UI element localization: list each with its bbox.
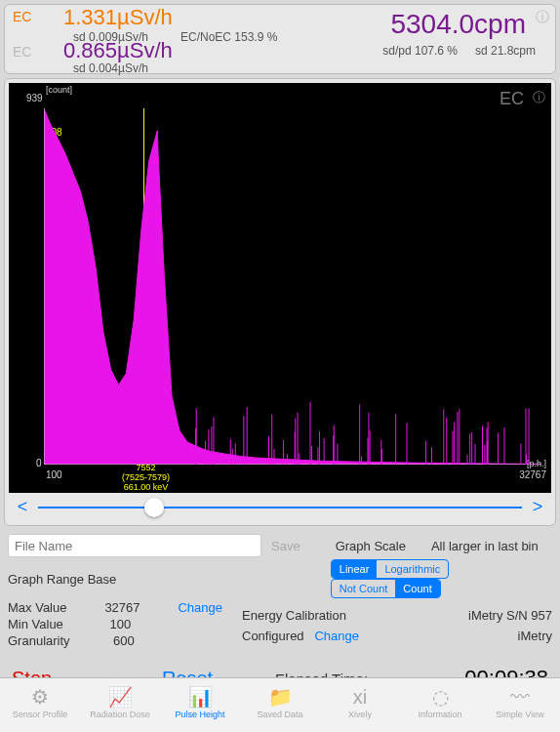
serial-number: iMetry S/N 957	[468, 608, 552, 623]
svg-rect-18	[298, 413, 299, 465]
svg-rect-9	[466, 455, 467, 465]
wave-icon: 〰	[480, 684, 560, 710]
svg-rect-23	[295, 418, 296, 465]
linear-option[interactable]: Linear	[332, 560, 378, 578]
filename-input[interactable]	[8, 534, 261, 557]
info-icon[interactable]: ⓘ	[533, 89, 545, 106]
change-ecal-button[interactable]: Change	[314, 629, 359, 643]
range-base-label: Graph Range Base	[8, 572, 210, 587]
min-value: 100	[110, 617, 132, 631]
tab-saved-data[interactable]: 📁Saved Data	[240, 678, 320, 732]
notcount-option[interactable]: Not Count	[332, 580, 396, 597]
svg-rect-38	[503, 427, 504, 465]
svg-rect-45	[235, 444, 236, 465]
svg-rect-53	[425, 441, 426, 465]
svg-rect-46	[309, 402, 310, 465]
svg-rect-31	[337, 444, 338, 465]
svg-rect-58	[471, 432, 472, 465]
graph-scale-label: Graph Scale	[336, 539, 406, 553]
svg-rect-5	[205, 440, 206, 465]
count-segment[interactable]: Not Count Count	[331, 579, 441, 598]
svg-rect-60	[452, 431, 453, 465]
brand: iMetry	[468, 629, 552, 643]
save-button[interactable]: Save	[271, 539, 300, 553]
spectrum-chart[interactable]: EC ⓘ [count] 939 408 0 [p.h.] 100 32767 …	[9, 83, 551, 493]
svg-rect-6	[230, 439, 231, 465]
svg-rect-20	[446, 418, 447, 465]
tab-sensor-profile[interactable]: ⚙Sensor Profile	[0, 678, 80, 732]
svg-rect-59	[334, 426, 335, 465]
svg-rect-30	[520, 443, 521, 465]
slider-left-icon[interactable]: <	[15, 497, 30, 517]
svg-rect-55	[283, 440, 284, 465]
tab-information[interactable]: ◌Information	[400, 678, 480, 732]
chart-panel: EC ⓘ [count] 939 408 0 [p.h.] 100 32767 …	[4, 78, 556, 526]
slider-thumb[interactable]	[144, 498, 164, 517]
y-axis-label: [count]	[46, 85, 72, 95]
ec2-value: 0.865µSv/h	[63, 38, 173, 63]
gran-value: 600	[113, 633, 135, 648]
svg-rect-33	[487, 427, 488, 465]
tab-radiation-dose[interactable]: 📈Radiation Dose	[80, 678, 160, 732]
gran-label: Granularity	[8, 633, 70, 648]
histogram-icon: 📊	[160, 684, 240, 710]
tab-pulse-height[interactable]: 📊Pulse Height	[160, 678, 240, 732]
svg-rect-47	[526, 455, 527, 465]
tab-xively[interactable]: xiXively	[320, 678, 400, 732]
sdpd: sd/pd 107.6 %	[382, 44, 458, 58]
svg-rect-32	[407, 423, 408, 465]
svg-rect-43	[370, 430, 371, 465]
svg-rect-50	[368, 413, 369, 465]
y-max: 939	[26, 93, 43, 103]
configured-label: Configured	[242, 629, 304, 643]
slider-right-icon[interactable]: >	[530, 497, 545, 517]
tab-bar: ⚙Sensor Profile 📈Radiation Dose 📊Pulse H…	[0, 677, 560, 732]
svg-rect-28	[361, 456, 362, 465]
gear-icon: ⚙	[0, 684, 80, 710]
svg-rect-29	[243, 416, 244, 465]
svg-rect-42	[475, 444, 476, 465]
svg-rect-12	[317, 447, 318, 465]
ec1-label: EC	[13, 9, 31, 24]
svg-rect-24	[268, 436, 269, 465]
measurement-header: ⓘ EC 1.331µSv/h sd 0.009µSv/h EC/NoEC 15…	[4, 4, 556, 74]
scale-segment[interactable]: Linear Logarithmic	[331, 559, 449, 579]
svg-rect-56	[482, 426, 483, 465]
tab-simple-view[interactable]: 〰Simple View	[480, 678, 560, 732]
svg-rect-2	[457, 412, 458, 465]
svg-rect-21	[273, 449, 274, 465]
x-max: 32767	[519, 469, 546, 480]
min-label: Min Value	[8, 617, 63, 631]
svg-rect-15	[459, 409, 460, 465]
svg-rect-48	[381, 449, 382, 465]
ec-noec: EC/NoEC 153.9 %	[180, 30, 277, 44]
svg-rect-3	[529, 409, 530, 465]
all-larger-label: All larger in last bin	[431, 539, 539, 553]
svg-rect-10	[208, 429, 209, 465]
change-range-button[interactable]: Change	[178, 600, 222, 615]
svg-rect-40	[443, 409, 444, 465]
svg-rect-49	[287, 454, 288, 465]
y-zero: 0	[36, 458, 42, 468]
ecal-label: Energy Calibration	[242, 608, 359, 623]
svg-rect-4	[247, 407, 248, 465]
cpm-value: 5304.0cpm	[390, 9, 526, 40]
svg-rect-61	[299, 453, 300, 465]
svg-rect-13	[484, 445, 485, 465]
log-option[interactable]: Logarithmic	[377, 560, 448, 578]
ec1-value: 1.331µSv/h	[63, 5, 173, 30]
info-icon[interactable]: ⓘ	[536, 9, 549, 26]
max-value: 32767	[104, 600, 140, 615]
svg-rect-36	[196, 408, 197, 465]
info-tab-icon: ◌	[400, 684, 480, 710]
range-slider[interactable]: < >	[9, 493, 551, 521]
sdcpm: sd 21.8cpm	[475, 44, 536, 58]
svg-rect-16	[232, 449, 233, 465]
slider-track[interactable]	[38, 507, 522, 508]
cursor-label: 7552 (7525-7579) 661.00 keV	[122, 464, 170, 493]
folder-icon: 📁	[240, 684, 320, 710]
sd2: sd 0.004µSv/h	[73, 61, 148, 75]
count-option[interactable]: Count	[395, 580, 439, 597]
svg-rect-35	[488, 422, 489, 465]
svg-rect-54	[311, 446, 312, 465]
